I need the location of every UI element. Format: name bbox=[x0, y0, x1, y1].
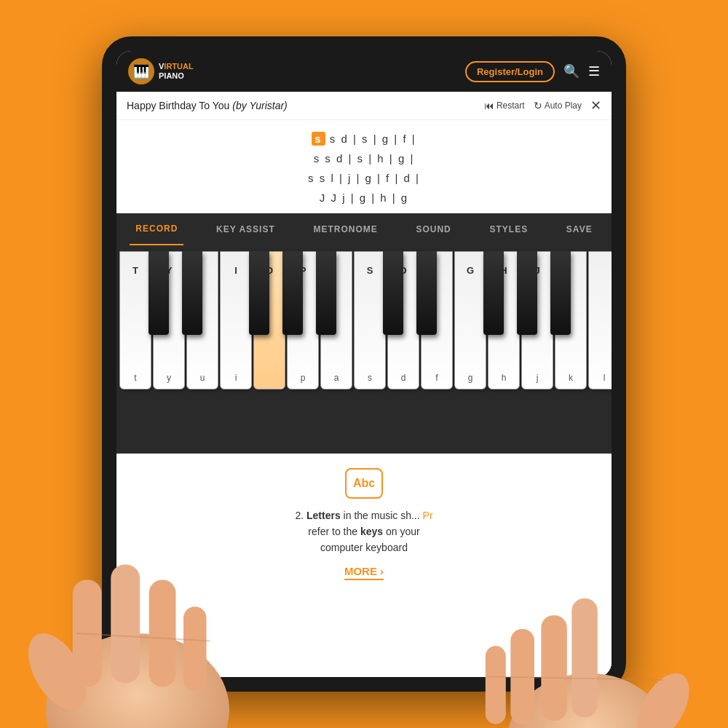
key-label-bottom: k bbox=[569, 373, 573, 383]
abc-icon: Abc bbox=[345, 468, 383, 499]
key-label-bottom: g bbox=[468, 373, 473, 383]
black-key-8[interactable] bbox=[517, 251, 537, 335]
black-key-0[interactable] bbox=[149, 251, 169, 335]
key-label-bottom: j bbox=[537, 373, 539, 383]
more-button[interactable]: MORE › bbox=[344, 565, 384, 580]
toolbar-styles[interactable]: STYLES bbox=[483, 213, 534, 245]
toolbar-sound[interactable]: SOUND bbox=[410, 213, 456, 245]
logo-area: 🎹 VIRTUAL PIANO bbox=[128, 58, 194, 84]
register-login-button[interactable]: Register/Login bbox=[465, 61, 555, 82]
black-key-6[interactable] bbox=[416, 251, 437, 335]
toolbar-key-assist[interactable]: KEY ASSIST bbox=[210, 213, 281, 245]
key-label-top: S bbox=[367, 265, 373, 276]
close-button[interactable]: ✕ bbox=[590, 98, 601, 114]
key-label-bottom: u bbox=[200, 373, 205, 383]
key-label-bottom: s bbox=[368, 373, 372, 383]
key-label-bottom: l bbox=[604, 373, 606, 383]
white-key-0[interactable]: Tt bbox=[119, 251, 151, 389]
key-label-bottom: i bbox=[235, 373, 237, 383]
toolbar-metronome[interactable]: METRONOME bbox=[307, 213, 383, 245]
white-key-14[interactable]: l bbox=[588, 251, 612, 389]
key-label-bottom: y bbox=[167, 373, 171, 383]
black-key-1[interactable] bbox=[182, 251, 202, 335]
search-icon[interactable]: 🔍 bbox=[563, 63, 579, 79]
autoplay-icon: ↻ bbox=[534, 100, 542, 111]
sheet-line-1: s s d | s | g | f | bbox=[131, 129, 597, 149]
info-text: 2. Letters in the music sh... Pr refer t… bbox=[295, 507, 432, 556]
black-key-3[interactable] bbox=[282, 251, 303, 335]
svg-rect-2 bbox=[73, 580, 102, 687]
svg-line-13 bbox=[487, 676, 664, 680]
song-title: Happy Birthday To You (by Yuristar) bbox=[127, 100, 288, 111]
song-controls: ⏮ Restart ↻ Auto Play ✕ bbox=[484, 98, 601, 114]
bottom-section: Abc 2. Letters in the music sh... Pr ref… bbox=[116, 454, 612, 678]
key-label-bottom: t bbox=[134, 373, 136, 383]
key-label-bottom: p bbox=[301, 373, 306, 383]
toolbar: RECORD KEY ASSIST METRONOME SOUND STYLES… bbox=[116, 213, 612, 245]
piano-wrapper: TtYyuIiOPpaSsDdfGgHhJjkl bbox=[119, 251, 609, 397]
black-key-4[interactable] bbox=[316, 251, 336, 335]
key-label-top: G bbox=[467, 265, 474, 276]
key-label-top: I bbox=[234, 265, 237, 276]
key-label-bottom: h bbox=[502, 373, 507, 383]
key-label-bottom: d bbox=[401, 373, 406, 383]
header: 🎹 VIRTUAL PIANO Register/Login 🔍 ☰ bbox=[116, 51, 612, 92]
svg-point-1 bbox=[17, 624, 98, 720]
key-label-top: T bbox=[132, 265, 138, 276]
autoplay-button[interactable]: ↻ Auto Play bbox=[534, 100, 582, 111]
sheet-line-2: s s d | s | h | g | bbox=[131, 149, 597, 168]
piano-logo-icon: 🎹 bbox=[128, 58, 154, 84]
black-key-9[interactable] bbox=[550, 251, 571, 335]
restart-icon: ⏮ bbox=[484, 100, 494, 111]
toolbar-record[interactable]: RECORD bbox=[130, 213, 183, 245]
white-key-3[interactable]: Ii bbox=[220, 251, 252, 389]
song-bar: Happy Birthday To You (by Yuristar) ⏮ Re… bbox=[116, 92, 612, 120]
sheet-area: s s d | s | g | f | s s d | s | h | g | … bbox=[116, 120, 612, 213]
key-label-bottom: a bbox=[334, 373, 339, 383]
black-key-2[interactable] bbox=[249, 251, 269, 335]
svg-point-8 bbox=[627, 665, 700, 728]
toolbar-save[interactable]: SAVE bbox=[561, 213, 598, 245]
sheet-line-4: J J j | g | h | g bbox=[131, 188, 597, 207]
screen: 🎹 VIRTUAL PIANO Register/Login 🔍 ☰ Happy… bbox=[116, 51, 612, 677]
piano-keys: TtYyuIiOPpaSsDdfGgHhJjkl bbox=[119, 251, 609, 397]
header-right: Register/Login 🔍 ☰ bbox=[465, 61, 600, 82]
tablet: 🎹 VIRTUAL PIANO Register/Login 🔍 ☰ Happy… bbox=[102, 36, 626, 692]
piano-area: TtYyuIiOPpaSsDdfGgHhJjkl bbox=[116, 245, 612, 454]
key-label-bottom: f bbox=[435, 373, 438, 383]
restart-button[interactable]: ⏮ Restart bbox=[484, 100, 525, 111]
white-key-7[interactable]: Ss bbox=[354, 251, 386, 389]
black-key-5[interactable] bbox=[383, 251, 403, 335]
logo-text: VIRTUAL PIANO bbox=[159, 62, 194, 81]
sheet-line-3: s s l | j | g | f | d | bbox=[131, 168, 597, 188]
black-key-7[interactable] bbox=[483, 251, 504, 335]
highlighted-note: s bbox=[312, 132, 325, 146]
white-key-10[interactable]: Gg bbox=[454, 251, 486, 389]
svg-point-7 bbox=[507, 673, 670, 728]
menu-icon[interactable]: ☰ bbox=[588, 63, 600, 79]
